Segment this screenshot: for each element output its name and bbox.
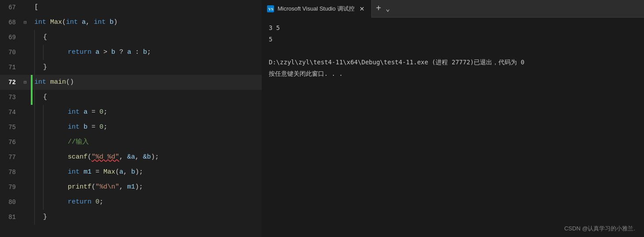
code-line-72: 72 ⊟ int main() — [0, 75, 262, 90]
code-line-69: 69 { — [0, 30, 262, 45]
code-line-79: 79 printf("%d\n", m1); — [0, 180, 262, 195]
console-tab-label: Microsoft Visual Studio 调试控 — [278, 5, 355, 13]
code-line-77: 77 scanf("%d %d", &a, &b); — [0, 150, 262, 165]
code-line-71: 71 } — [0, 60, 262, 75]
console-panel: VS Microsoft Visual Studio 调试控 ✕ + ⌄ 3 5… — [262, 0, 644, 237]
vs-icon: VS — [267, 5, 274, 12]
console-output: 3 5 5 D:\zzyl\zyl\test4-11\x64\Debug\tes… — [262, 18, 644, 237]
output-line-2: 5 — [269, 33, 637, 45]
console-tab[interactable]: VS Microsoft Visual Studio 调试控 ✕ — [262, 0, 372, 18]
code-line-67: 67 [ — [0, 0, 262, 15]
code-line-80: 80 return 0; — [0, 195, 262, 210]
output-line-3 — [269, 45, 637, 56]
code-line-73: 73 { — [0, 90, 262, 105]
code-line-76: 76 //输入 — [0, 135, 262, 150]
code-line-74: 74 int a = 0; — [0, 105, 262, 120]
code-line-70: 70 return a > b ? a : b; — [0, 45, 262, 60]
code-line-81: 81 } — [0, 210, 262, 225]
output-line-4: D:\zzyl\zyl\test4-11\x64\Debug\test4-11.… — [269, 56, 637, 68]
output-line-5: 按任意键关闭此窗口. . . — [269, 68, 637, 79]
console-tab-bar: VS Microsoft Visual Studio 调试控 ✕ + ⌄ — [262, 0, 644, 18]
tab-dropdown-button[interactable]: ⌄ — [386, 4, 390, 13]
output-line-1: 3 5 — [269, 22, 637, 33]
console-tab-close-button[interactable]: ✕ — [358, 5, 366, 13]
code-line-68: 68 ⊟ int Max(int a, int b) — [0, 15, 262, 30]
svg-text:VS: VS — [268, 7, 274, 11]
code-line-78: 78 int m1 = Max(a, b); — [0, 165, 262, 180]
add-tab-button[interactable]: + — [376, 4, 381, 14]
tab-bar-actions: + ⌄ — [372, 4, 395, 14]
code-line-75: 75 int b = 0; — [0, 120, 262, 135]
code-editor[interactable]: 67 [ 68 ⊟ int Max(int a, int b) 69 { 70 — [0, 0, 262, 237]
console-footer: CSDN @认真学习的小雅兰. — [564, 225, 635, 233]
